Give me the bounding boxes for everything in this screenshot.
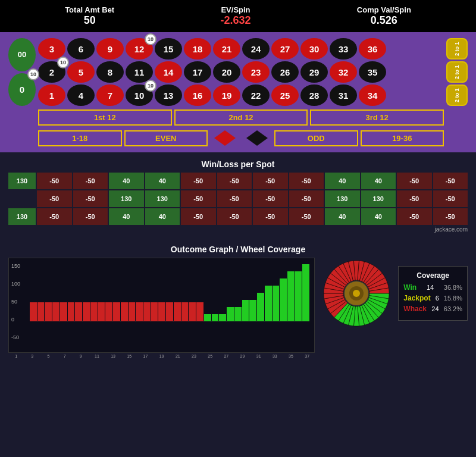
bet-red[interactable]	[210, 129, 240, 148]
neg-bar	[68, 302, 75, 321]
wl-cell	[8, 190, 36, 207]
wl-cell: 40	[325, 173, 360, 189]
num-9[interactable]: 9	[96, 38, 124, 60]
bar-12	[121, 264, 128, 340]
wl-cell: -50	[253, 173, 288, 189]
wl-cell: 130	[8, 173, 36, 189]
bar-11	[113, 264, 120, 340]
bet-even[interactable]: EVEN	[124, 130, 208, 146]
num-4[interactable]: 4	[67, 84, 95, 106]
neg-bar	[181, 302, 189, 321]
row-top: 3 6 9 1210 15 18 21 24 27 30 33 36	[38, 38, 444, 60]
bar-6	[75, 264, 82, 340]
neg-bar	[129, 302, 136, 321]
neg-bar	[30, 302, 37, 321]
bar-4	[60, 264, 67, 340]
svg-point-5	[353, 290, 360, 297]
num-7[interactable]: 7	[96, 84, 124, 106]
y-150: 150	[11, 263, 20, 269]
num-34[interactable]: 34	[359, 84, 386, 106]
bar-16	[151, 264, 158, 340]
num-35[interactable]: 35	[359, 61, 386, 83]
x-label-8: 17	[137, 354, 153, 358]
wl-cell: -50	[217, 208, 252, 225]
num-25[interactable]: 25	[271, 84, 299, 106]
x-label-18: 37	[299, 354, 315, 358]
neg-bar	[90, 302, 98, 321]
win-label: Win	[403, 283, 416, 292]
x-label-2: 5	[40, 354, 56, 358]
bar-14	[136, 264, 143, 340]
bar-19	[174, 264, 181, 340]
comp-val-spin-value: 0.526	[357, 14, 411, 27]
two-to-one-mid[interactable]: 2 to 1	[446, 61, 468, 83]
num-33[interactable]: 33	[330, 38, 357, 60]
wl-cell: 40	[361, 208, 396, 225]
neg-bar	[52, 302, 60, 321]
second-dozen[interactable]: 2nd 12	[174, 109, 308, 126]
num-18[interactable]: 18	[184, 38, 211, 60]
num-26[interactable]: 26	[271, 61, 299, 83]
num-30[interactable]: 30	[300, 38, 328, 60]
num-10[interactable]: 1010	[126, 84, 153, 106]
wl-cell: 40	[325, 208, 360, 225]
wl-cell: 130	[361, 190, 396, 207]
num-1[interactable]: 1	[38, 84, 65, 106]
wl-cell: -50	[37, 173, 72, 189]
ev-spin: EV/Spin -2.632	[220, 5, 250, 27]
num-5[interactable]: 5	[67, 61, 95, 83]
bet-black[interactable]	[242, 129, 272, 148]
ev-spin-label: EV/Spin	[220, 5, 250, 14]
neg-bar	[113, 302, 120, 321]
num-28[interactable]: 28	[300, 84, 328, 106]
wheel-coverage: Coverage Win 14 36.8% Jackpot 6 15.8% Wh…	[321, 258, 468, 329]
num-16[interactable]: 16	[184, 84, 211, 106]
num-32[interactable]: 32	[330, 61, 357, 83]
num-27[interactable]: 27	[271, 38, 299, 60]
bar-35	[295, 264, 302, 340]
total-amt-bet-label: Total Amt Bet	[65, 5, 114, 14]
num-19[interactable]: 19	[213, 84, 240, 106]
num-24[interactable]: 24	[242, 38, 270, 60]
num-13[interactable]: 13	[155, 84, 182, 106]
zero[interactable]: 0 10	[8, 73, 36, 107]
num-8[interactable]: 8	[96, 61, 124, 83]
outcome-section: Outcome Graph / Wheel Coverage 150 100 5…	[0, 240, 476, 363]
bet-1-18[interactable]: 1-18	[38, 130, 122, 146]
num-15[interactable]: 15	[155, 38, 182, 60]
num-21[interactable]: 21	[213, 38, 240, 60]
bet-19-36[interactable]: 19-36	[361, 130, 444, 146]
two-to-one-column: 2 to 1 2 to 1 2 to 1	[446, 38, 468, 106]
two-to-one-bot[interactable]: 2 to 1	[446, 84, 468, 106]
num-20[interactable]: 20	[213, 61, 240, 83]
row-bot: 1 4 7 1010 13 16 19 22 25 28 31 34	[38, 84, 444, 106]
num-2[interactable]: 210	[38, 61, 65, 83]
num-36[interactable]: 36	[359, 38, 386, 60]
third-dozen[interactable]: 3rd 12	[310, 109, 444, 126]
neg-bar	[174, 302, 181, 321]
pos-bar	[219, 314, 226, 321]
num-14[interactable]: 14	[155, 61, 182, 83]
x-label-16: 33	[267, 354, 283, 358]
double-zero[interactable]: 00	[8, 38, 36, 71]
num-6[interactable]: 6	[67, 38, 95, 60]
num-29[interactable]: 29	[300, 61, 328, 83]
neg-bar	[196, 302, 203, 321]
num-31[interactable]: 31	[330, 84, 357, 106]
x-labels: 135791113151719212325272931333537	[8, 354, 315, 358]
bet-odd[interactable]: ODD	[274, 130, 358, 146]
wl-cell: 130	[8, 208, 36, 225]
num-17[interactable]: 17	[184, 61, 211, 83]
first-dozen[interactable]: 1st 12	[38, 109, 172, 126]
num-22[interactable]: 22	[242, 84, 270, 106]
pos-bar	[234, 307, 242, 321]
bar-5	[68, 264, 75, 340]
num-12[interactable]: 1210	[126, 38, 153, 60]
jackpot-row: Jackpot 6 15.8%	[403, 294, 462, 302]
bar-31	[265, 264, 272, 340]
total-amt-bet: Total Amt Bet 50	[65, 5, 114, 27]
two-to-one-top[interactable]: 2 to 1	[446, 38, 468, 60]
neg-bar	[158, 302, 165, 321]
pos-bar	[280, 278, 287, 321]
num-23[interactable]: 23	[242, 61, 270, 83]
